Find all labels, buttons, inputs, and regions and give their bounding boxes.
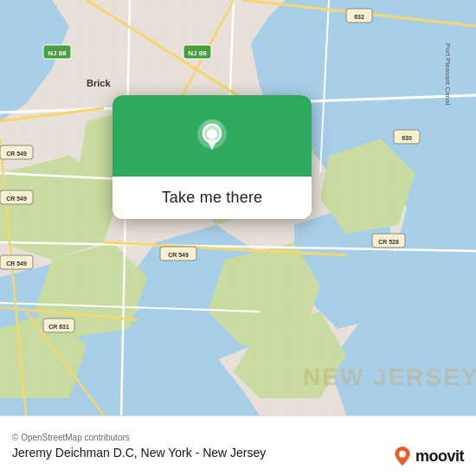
moovit-brand-label: moovit xyxy=(415,447,464,466)
moovit-logo: moovit xyxy=(393,447,464,466)
osm-attribution: © OpenStreetMap contributors xyxy=(12,433,464,442)
bottom-bar: © OpenStreetMap contributors Jeremy Deic… xyxy=(0,415,476,476)
popup-overlay: Take me there xyxy=(113,95,312,219)
popup-white-section: Take me there xyxy=(113,177,312,219)
svg-point-60 xyxy=(209,130,215,137)
svg-point-62 xyxy=(399,451,406,458)
location-name: Jeremy Deichman D.C, New York - New Jers… xyxy=(12,446,266,460)
location-pin-icon xyxy=(193,119,231,158)
popup-green-section xyxy=(113,95,312,177)
take-me-there-button[interactable]: Take me there xyxy=(162,189,263,207)
moovit-pin-icon xyxy=(393,447,412,466)
